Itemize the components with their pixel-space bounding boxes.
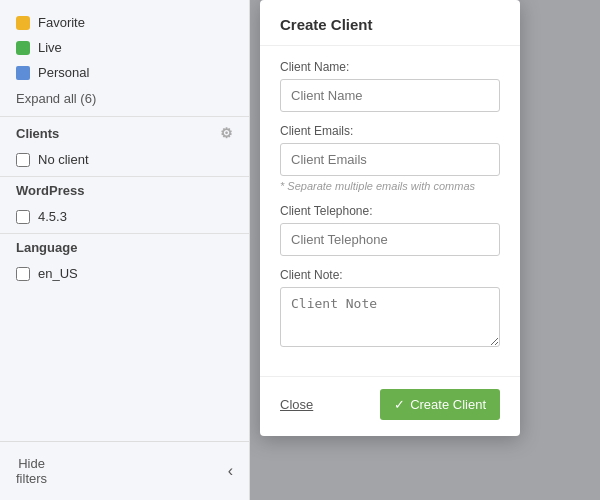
- expand-all-link[interactable]: Expand all (6): [0, 85, 249, 112]
- client-note-group: Client Note:: [280, 268, 500, 350]
- create-label: Create Client: [410, 397, 486, 412]
- sidebar: Favorite Live Personal Expand all (6) Cl…: [0, 0, 250, 500]
- sidebar-content: Favorite Live Personal Expand all (6) Cl…: [0, 0, 249, 441]
- wordpress-version-item[interactable]: 4.5.3: [0, 204, 249, 229]
- modal-footer: Close ✓ Create Client: [260, 376, 520, 436]
- client-telephone-input[interactable]: [280, 223, 500, 256]
- collapse-sidebar-icon[interactable]: ‹: [228, 462, 233, 480]
- modal-title: Create Client: [260, 0, 520, 46]
- filter-live[interactable]: Live: [0, 35, 249, 60]
- clients-gear-icon[interactable]: ⚙: [220, 125, 233, 141]
- client-name-group: Client Name:: [280, 60, 500, 112]
- client-telephone-group: Client Telephone:: [280, 204, 500, 256]
- no-client-item[interactable]: No client: [0, 147, 249, 172]
- client-emails-hint: * Separate multiple emails with commas: [280, 180, 500, 192]
- personal-label: Personal: [38, 65, 89, 80]
- client-telephone-label: Client Telephone:: [280, 204, 500, 218]
- sidebar-footer: Hide filters ‹: [0, 441, 249, 500]
- modal-overlay: Create Client Client Name: Client Emails…: [250, 0, 600, 500]
- client-emails-label: Client Emails:: [280, 124, 500, 138]
- create-client-modal: Create Client Client Name: Client Emails…: [260, 0, 520, 436]
- language-header-label: Language: [16, 240, 77, 255]
- hide-filters-label2: filters: [16, 471, 47, 486]
- client-name-label: Client Name:: [280, 60, 500, 74]
- wordpress-section: WordPress: [0, 176, 249, 204]
- language-item[interactable]: en_US: [0, 261, 249, 286]
- live-label: Live: [38, 40, 62, 55]
- no-client-checkbox[interactable]: [16, 153, 30, 167]
- client-note-label: Client Note:: [280, 268, 500, 282]
- wordpress-header-label: WordPress: [16, 183, 84, 198]
- create-icon: ✓: [394, 397, 405, 412]
- client-note-textarea[interactable]: [280, 287, 500, 347]
- filter-favorite[interactable]: Favorite: [0, 10, 249, 35]
- wordpress-version-checkbox[interactable]: [16, 210, 30, 224]
- client-emails-input[interactable]: [280, 143, 500, 176]
- live-color-dot: [16, 41, 30, 55]
- clients-section-header: Clients ⚙: [0, 116, 249, 147]
- language-section: Language: [0, 233, 249, 261]
- personal-color-dot: [16, 66, 30, 80]
- favorite-label: Favorite: [38, 15, 85, 30]
- client-name-input[interactable]: [280, 79, 500, 112]
- hide-filters-label: Hide: [16, 456, 47, 471]
- create-client-button[interactable]: ✓ Create Client: [380, 389, 500, 420]
- language-checkbox[interactable]: [16, 267, 30, 281]
- main-area: Create Client Client Name: Client Emails…: [250, 0, 600, 500]
- modal-body: Client Name: Client Emails: * Separate m…: [260, 46, 520, 376]
- favorite-color-dot: [16, 16, 30, 30]
- no-client-label: No client: [38, 152, 89, 167]
- close-button[interactable]: Close: [280, 397, 313, 412]
- filter-personal[interactable]: Personal: [0, 60, 249, 85]
- wordpress-version-label: 4.5.3: [38, 209, 67, 224]
- hide-filters-button[interactable]: Hide filters: [16, 456, 47, 486]
- clients-header-label: Clients: [16, 126, 59, 141]
- client-emails-group: Client Emails: * Separate multiple email…: [280, 124, 500, 192]
- language-value-label: en_US: [38, 266, 78, 281]
